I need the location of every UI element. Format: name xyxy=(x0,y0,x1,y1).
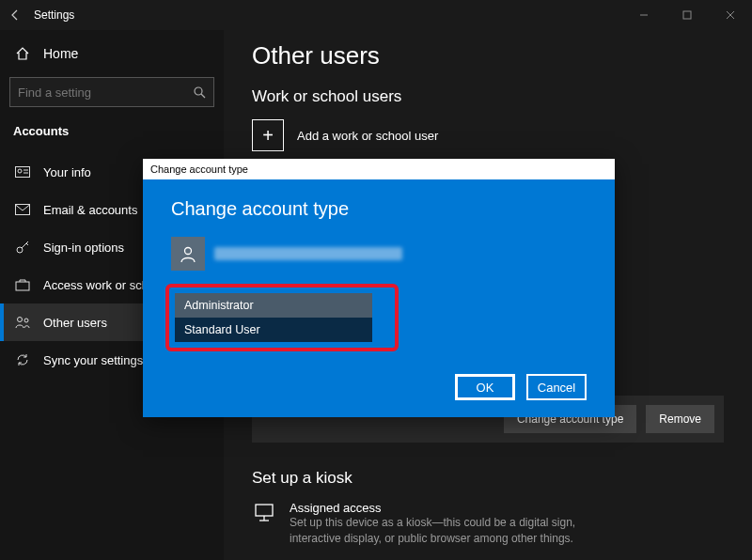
sidebar-home[interactable]: Home xyxy=(0,38,224,70)
dialog-cancel-button[interactable]: Cancel xyxy=(526,374,587,400)
svg-point-16 xyxy=(185,248,192,255)
mail-icon xyxy=(13,204,32,215)
window-controls xyxy=(622,0,752,30)
svg-rect-13 xyxy=(256,505,273,516)
option-administrator[interactable]: Administrator xyxy=(175,293,372,318)
search-input[interactable] xyxy=(18,86,193,100)
svg-point-11 xyxy=(18,318,23,322)
id-card-icon xyxy=(13,166,32,178)
add-work-user-row[interactable]: + Add a work or school user xyxy=(252,119,724,151)
dialog-heading: Change account type xyxy=(171,198,587,220)
kiosk-desc: Set up this device as a kiosk—this could… xyxy=(290,515,628,547)
option-label: Standard User xyxy=(184,323,260,336)
dialog-user-row xyxy=(171,237,587,271)
svg-point-2 xyxy=(195,87,202,95)
sidebar-item-label: Sign-in options xyxy=(43,241,124,255)
dropdown-highlight: Administrator Standard User xyxy=(165,284,399,351)
titlebar: Settings xyxy=(0,0,752,30)
svg-rect-1 xyxy=(683,11,691,19)
close-button[interactable] xyxy=(709,0,752,30)
option-standard-user[interactable]: Standard User xyxy=(175,318,372,342)
key-icon xyxy=(13,240,32,255)
kiosk-row[interactable]: Assigned access Set up this device as a … xyxy=(252,501,724,547)
svg-point-5 xyxy=(18,169,22,173)
minimize-button[interactable] xyxy=(622,0,666,30)
sidebar-home-label: Home xyxy=(43,46,78,61)
back-button[interactable] xyxy=(0,0,30,30)
maximize-button[interactable] xyxy=(666,0,709,30)
window-title: Settings xyxy=(34,8,74,22)
search-box[interactable] xyxy=(9,77,214,107)
search-icon xyxy=(193,86,206,99)
sidebar-item-label: Sync your settings xyxy=(43,353,143,367)
change-account-type-dialog: Change account type Change account type … xyxy=(143,159,615,417)
svg-rect-8 xyxy=(16,205,30,215)
sync-icon xyxy=(13,352,32,367)
user-name-redacted xyxy=(214,247,402,260)
briefcase-icon xyxy=(13,278,32,291)
kiosk-title: Assigned access xyxy=(290,501,628,515)
sidebar-item-label: Email & accounts xyxy=(43,203,137,217)
option-label: Administrator xyxy=(184,299,254,312)
sidebar-item-label: Other users xyxy=(43,316,107,330)
svg-point-12 xyxy=(24,319,28,322)
kiosk-heading: Set up a kiosk xyxy=(252,469,724,488)
plus-icon: + xyxy=(252,119,284,151)
page-title: Other users xyxy=(252,41,724,70)
dialog-title: Change account type xyxy=(150,163,248,175)
sidebar-category: Accounts xyxy=(0,118,224,144)
dialog-ok-button[interactable]: OK xyxy=(455,374,515,400)
kiosk-section: Set up a kiosk Assigned access Set up th… xyxy=(252,469,724,547)
add-work-user-label: Add a work or school user xyxy=(297,129,438,143)
home-icon xyxy=(13,46,32,61)
account-type-dropdown[interactable]: Administrator Standard User xyxy=(175,293,372,342)
sidebar-item-label: Your info xyxy=(43,165,91,179)
svg-rect-10 xyxy=(16,282,29,290)
monitor-icon xyxy=(252,501,276,547)
people-icon xyxy=(13,316,32,329)
dialog-titlebar: Change account type xyxy=(143,159,615,179)
section-work-school: Work or school users xyxy=(252,87,724,106)
remove-user-button[interactable]: Remove xyxy=(646,405,714,433)
svg-line-3 xyxy=(201,94,205,98)
user-avatar-icon xyxy=(171,237,205,271)
